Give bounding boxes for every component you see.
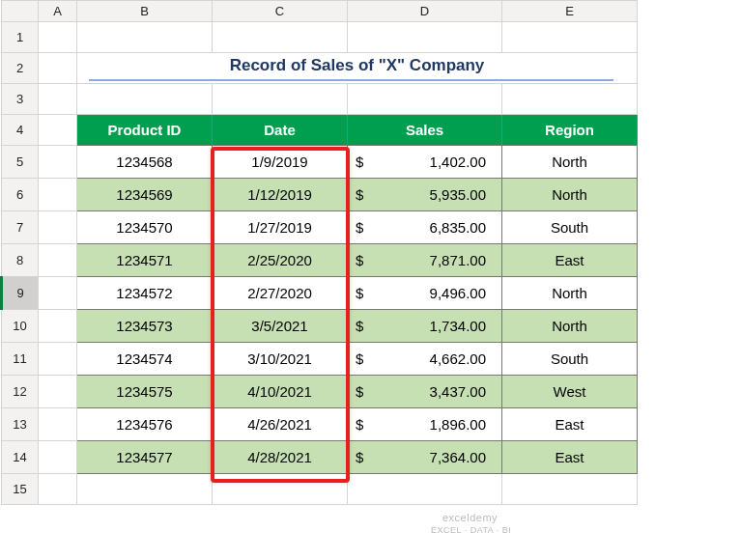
cell-sales[interactable]: $7,871.00 bbox=[348, 244, 502, 277]
cell-date[interactable]: 1/27/2019 bbox=[213, 211, 348, 244]
cell-sales[interactable]: $4,662.00 bbox=[348, 343, 502, 376]
cell-product-id[interactable]: 1234576 bbox=[77, 408, 213, 441]
row-header[interactable]: 2 bbox=[2, 53, 39, 84]
cell-region[interactable]: East bbox=[502, 408, 638, 441]
cell-product-id[interactable]: 1234575 bbox=[77, 376, 213, 408]
cell-region[interactable]: North bbox=[502, 146, 638, 179]
cell-date[interactable]: 4/28/2021 bbox=[213, 441, 348, 474]
cell[interactable] bbox=[77, 84, 213, 115]
cell[interactable] bbox=[213, 22, 348, 53]
cell[interactable] bbox=[213, 474, 348, 505]
cell[interactable] bbox=[348, 22, 502, 53]
cell-sales[interactable]: $1,402.00 bbox=[348, 146, 502, 179]
cell[interactable] bbox=[39, 408, 77, 441]
cell-product-id[interactable]: 1234568 bbox=[77, 146, 213, 179]
cell-date[interactable]: 3/5/2021 bbox=[213, 310, 348, 343]
table-header-product-id[interactable]: Product ID bbox=[77, 115, 213, 146]
cell-sales[interactable]: $3,437.00 bbox=[348, 376, 502, 408]
table-header-sales[interactable]: Sales bbox=[348, 115, 502, 146]
cell-date[interactable]: 1/9/2019 bbox=[213, 146, 348, 179]
row-header[interactable]: 10 bbox=[2, 310, 39, 343]
cell[interactable] bbox=[502, 474, 638, 505]
row-header[interactable]: 11 bbox=[2, 343, 39, 376]
cell-sales[interactable]: $7,364.00 bbox=[348, 441, 502, 474]
col-header-b[interactable]: B bbox=[77, 1, 213, 22]
cell-date[interactable]: 4/10/2021 bbox=[213, 376, 348, 408]
col-header-e[interactable]: E bbox=[502, 1, 638, 22]
cell-region[interactable]: North bbox=[502, 277, 638, 310]
sales-value: 9,496.00 bbox=[430, 285, 486, 301]
row-header[interactable]: 14 bbox=[2, 441, 39, 474]
cell[interactable] bbox=[39, 441, 77, 474]
cell[interactable] bbox=[39, 22, 77, 53]
cell-product-id[interactable]: 1234570 bbox=[77, 211, 213, 244]
cell-product-id[interactable]: 1234571 bbox=[77, 244, 213, 277]
cell[interactable] bbox=[39, 53, 77, 84]
cell[interactable] bbox=[502, 84, 638, 115]
table-header-region[interactable]: Region bbox=[502, 115, 638, 146]
cell[interactable] bbox=[39, 376, 77, 408]
col-header-c[interactable]: C bbox=[213, 1, 348, 22]
cell-product-id[interactable]: 1234572 bbox=[77, 277, 213, 310]
cell-region[interactable]: East bbox=[502, 244, 638, 277]
cell-date[interactable]: 2/25/2020 bbox=[213, 244, 348, 277]
cell[interactable] bbox=[39, 146, 77, 179]
currency-symbol: $ bbox=[356, 449, 363, 465]
cell-sales[interactable]: $1,896.00 bbox=[348, 408, 502, 441]
cell-region[interactable]: West bbox=[502, 376, 638, 408]
row-header[interactable]: 13 bbox=[2, 408, 39, 441]
cell[interactable] bbox=[502, 22, 638, 53]
row-header-selected[interactable]: 9 bbox=[2, 277, 39, 310]
sales-value: 1,896.00 bbox=[430, 416, 486, 433]
cell-sales[interactable]: $5,935.00 bbox=[348, 179, 502, 211]
currency-symbol: $ bbox=[356, 416, 363, 433]
cell-region[interactable]: South bbox=[502, 343, 638, 376]
cell[interactable] bbox=[39, 310, 77, 343]
cell-region[interactable]: North bbox=[502, 179, 638, 211]
select-all-corner[interactable] bbox=[2, 1, 39, 22]
cell[interactable] bbox=[77, 22, 213, 53]
cell-region[interactable]: East bbox=[502, 441, 638, 474]
cell[interactable] bbox=[39, 277, 77, 310]
row-header[interactable]: 1 bbox=[2, 22, 39, 53]
watermark-subtext: EXCEL · DATA · BI bbox=[431, 525, 511, 535]
cell-date[interactable]: 2/27/2020 bbox=[213, 277, 348, 310]
cell[interactable] bbox=[77, 474, 213, 505]
sales-value: 7,871.00 bbox=[430, 252, 486, 268]
row-header[interactable]: 4 bbox=[2, 115, 39, 146]
cell[interactable] bbox=[39, 84, 77, 115]
col-header-a[interactable]: A bbox=[39, 1, 77, 22]
cell[interactable] bbox=[39, 115, 77, 146]
cell-region[interactable]: South bbox=[502, 211, 638, 244]
row-header[interactable]: 3 bbox=[2, 84, 39, 115]
cell-product-id[interactable]: 1234577 bbox=[77, 441, 213, 474]
cell-product-id[interactable]: 1234573 bbox=[77, 310, 213, 343]
row-header[interactable]: 7 bbox=[2, 211, 39, 244]
cell-sales[interactable]: $6,835.00 bbox=[348, 211, 502, 244]
row-header[interactable]: 6 bbox=[2, 179, 39, 211]
row-header[interactable]: 15 bbox=[2, 474, 39, 505]
cell-date[interactable]: 4/26/2021 bbox=[213, 408, 348, 441]
cell[interactable] bbox=[39, 211, 77, 244]
cell-sales[interactable]: $9,496.00 bbox=[348, 277, 502, 310]
row-header[interactable]: 5 bbox=[2, 146, 39, 179]
sales-value: 4,662.00 bbox=[430, 350, 486, 367]
cell[interactable] bbox=[39, 343, 77, 376]
cell-date[interactable]: 3/10/2021 bbox=[213, 343, 348, 376]
cell-date[interactable]: 1/12/2019 bbox=[213, 179, 348, 211]
row-header[interactable]: 8 bbox=[2, 244, 39, 277]
spreadsheet-grid[interactable]: A B C D E 1 2 Record of Sales of "X" Com… bbox=[0, 0, 638, 505]
table-header-date[interactable]: Date bbox=[213, 115, 348, 146]
cell-product-id[interactable]: 1234569 bbox=[77, 179, 213, 211]
col-header-d[interactable]: D bbox=[348, 1, 502, 22]
cell[interactable] bbox=[39, 244, 77, 277]
cell-product-id[interactable]: 1234574 bbox=[77, 343, 213, 376]
cell[interactable] bbox=[348, 84, 502, 115]
cell-region[interactable]: North bbox=[502, 310, 638, 343]
cell[interactable] bbox=[39, 179, 77, 211]
cell[interactable] bbox=[348, 474, 502, 505]
cell[interactable] bbox=[39, 474, 77, 505]
cell-sales[interactable]: $1,734.00 bbox=[348, 310, 502, 343]
row-header[interactable]: 12 bbox=[2, 376, 39, 408]
cell[interactable] bbox=[213, 84, 348, 115]
